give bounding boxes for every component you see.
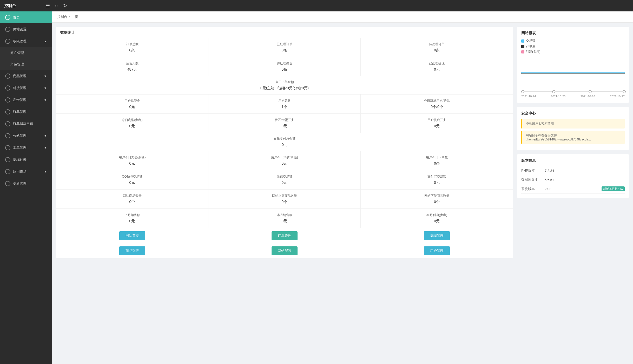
- stat-label-3: 运营天数: [59, 61, 206, 66]
- right-panels: 网站报表 交易额 订单量 利润(参考): [517, 27, 629, 360]
- btn-goods-list[interactable]: 商品列表: [119, 246, 145, 255]
- sidebar-item-withdraw-list[interactable]: 提现列表: [0, 154, 52, 166]
- stat-cell-0: 订单总数 0条: [56, 38, 208, 57]
- stat3-cell-10: 本月销售额 0元: [208, 209, 361, 228]
- refresh-icon[interactable]: ↻: [63, 3, 67, 9]
- sidebar-item-order-mgmt[interactable]: 订单管理: [0, 106, 52, 118]
- btn-site-config[interactable]: 网站配置: [272, 246, 298, 255]
- version-value-1: 5.6.51: [545, 178, 625, 182]
- stat3-cell-4: 微信交易额 0元: [208, 170, 361, 190]
- stat3-cell-7: 网站上架商品数量 0个: [208, 190, 361, 209]
- btn-cell-0: 网站首页: [56, 228, 208, 243]
- btn-order-mgmt[interactable]: 订单管理: [272, 231, 298, 240]
- stat3-label-11: 本月利润(参考): [363, 213, 510, 217]
- sidebar-item-connect-mgmt[interactable]: 对接管理 ▼: [0, 82, 52, 94]
- card-arrow: ▼: [44, 98, 47, 102]
- sidebar-item-card-mgmt[interactable]: 发卡管理 ▼: [0, 94, 52, 106]
- sidebar-label-home: 首页: [13, 15, 20, 20]
- stat3-label-9: 上月销售额: [59, 213, 206, 217]
- stat-cell2-0: 用户总资金 0元: [56, 95, 208, 114]
- stat-value-5: 0元: [363, 67, 510, 72]
- sidebar-item-refund-mgmt[interactable]: 订单退款申请: [0, 118, 52, 130]
- sidebar-item-site-settings[interactable]: 网站设置: [0, 23, 52, 35]
- sidebar-label-update: 更新管理: [13, 181, 27, 186]
- stat3-label-10: 本月销售额: [211, 213, 358, 217]
- stat3-value-1: 0元: [211, 161, 358, 166]
- slider-handle-2[interactable]: [589, 90, 592, 93]
- stat3-cell-0: 用户今日充值(余额) 0元: [56, 151, 208, 170]
- sidebar-item-role-mgmt[interactable]: 角色管理: [0, 59, 52, 70]
- sidebar-item-account-mgmt[interactable]: 账户管理: [0, 47, 52, 59]
- globe-icon[interactable]: ○: [55, 3, 58, 9]
- stat3-label-4: 微信交易额: [211, 174, 358, 179]
- legend-label-1: 订单量: [526, 44, 535, 49]
- card-icon: [5, 97, 10, 103]
- stat3-cell-11: 本月利润(参考) 0元: [361, 209, 513, 228]
- sidebar: 首页 网站设置 权限管理 ▲ 账户管理 角色管理 商品管理 ▼: [0, 11, 52, 364]
- slider-handle-1[interactable]: [552, 90, 555, 93]
- slider-handle-0[interactable]: [521, 90, 524, 93]
- sidebar-item-goods-mgmt[interactable]: 商品管理 ▼: [0, 70, 52, 82]
- chart-area: 2021-10-24 2021-10-25 2021-10-26 2021-10…: [521, 57, 625, 99]
- btn-withdraw-mgmt[interactable]: 提现管理: [424, 231, 450, 240]
- today-order-value: 0元(主站:0/游客:0元/分站:0元): [59, 86, 510, 91]
- legend-dot-1: [521, 45, 524, 48]
- btn-user-mgmt[interactable]: 用户管理: [424, 246, 450, 255]
- stat3-value-7: 0个: [211, 200, 358, 204]
- stat3-label-8: 网站下架商品数量: [363, 194, 510, 198]
- legend-dot-2: [521, 50, 524, 53]
- home-icon: [5, 15, 10, 20]
- sidebar-item-perm-mgmt[interactable]: 权限管理 ▲: [0, 35, 52, 47]
- menu-icon[interactable]: ☰: [46, 3, 50, 9]
- stat-cell-4: 待处理提现 0条: [208, 57, 361, 76]
- today-order-label: 今日下单金额: [59, 80, 510, 84]
- security-title: 安全中心: [521, 111, 625, 116]
- breadcrumb-item-2[interactable]: 主页: [71, 15, 78, 19]
- stat-cell-1: 已处理订单 0条: [208, 38, 361, 57]
- stat3-value-6: 0个: [59, 200, 206, 204]
- xaxis-3: 2021-10-27: [610, 95, 625, 98]
- stat3-value-8: 0个: [363, 200, 510, 204]
- chart-xaxis: 2021-10-24 2021-10-25 2021-10-26 2021-10…: [521, 93, 625, 98]
- stat-cell2-1: 用户总数 1个: [208, 95, 361, 114]
- data-stats-panel: 数据统计 订单总数 0条 已处理订单 0条 待处理订单: [56, 27, 513, 258]
- stat3-label-5: 支付宝交易额: [363, 174, 510, 179]
- connect-arrow: ▼: [44, 86, 47, 90]
- stat3-cell-8: 网站下架商品数量 0个: [361, 190, 513, 209]
- btn-cell-4: 网站配置: [208, 243, 361, 258]
- chart-slider[interactable]: [521, 91, 625, 92]
- sidebar-label-role: 角色管理: [10, 62, 24, 67]
- legend-dot-0: [521, 39, 524, 43]
- sidebar-item-home[interactable]: 首页: [0, 11, 52, 23]
- online-pay-label: 在线支付总金额: [59, 137, 510, 141]
- stats-grid-2: 用户总资金 0元 用户总数 1个 今日新增用户/分站 0个/0个 今日利润(: [56, 95, 513, 133]
- stat2-value-1: 1个: [211, 105, 358, 109]
- sidebar-item-work-order[interactable]: 工单管理 ▼: [0, 142, 52, 154]
- version-badge-2[interactable]: 新版本更新New: [602, 186, 625, 191]
- update-icon: [5, 181, 10, 186]
- sidebar-label-goods: 商品管理: [13, 74, 27, 78]
- stat3-cell-5: 支付宝交易额 0元: [361, 170, 513, 190]
- version-title: 版本信息: [521, 158, 625, 163]
- sidebar-item-update-mgmt[interactable]: 更新管理: [0, 178, 52, 190]
- sidebar-item-branch-mgmt[interactable]: 分站管理 ▼: [0, 130, 52, 142]
- stat2-label-2: 今日新增用户/分站: [363, 99, 510, 103]
- btn-website-home[interactable]: 网站首页: [119, 231, 145, 240]
- sidebar-label-order: 订单管理: [13, 110, 27, 114]
- stat-value-0: 0条: [59, 48, 206, 53]
- stat2-value-4: 0元: [211, 124, 358, 129]
- stat3-label-1: 用户今日消费(余额): [211, 155, 358, 160]
- stat3-value-5: 0元: [363, 180, 510, 185]
- btn-cell-1: 订单管理: [208, 228, 361, 243]
- stat-label-5: 已处理提现: [363, 61, 510, 66]
- breadcrumb: 控制台 / 主页: [52, 11, 633, 23]
- version-label-0: PHP版本: [521, 168, 545, 173]
- stat2-label-4: 社区/卡盟开支: [211, 118, 358, 122]
- perm-icon: [5, 39, 10, 44]
- version-label-1: 数据库版本: [521, 177, 545, 182]
- sidebar-label-branch: 分站管理: [13, 133, 27, 138]
- slider-handle-3[interactable]: [623, 90, 626, 93]
- breadcrumb-item-1[interactable]: 控制台: [57, 15, 67, 19]
- sidebar-label-card: 发卡管理: [13, 98, 27, 102]
- sidebar-item-app-market[interactable]: 应用市场 ▼: [0, 166, 52, 178]
